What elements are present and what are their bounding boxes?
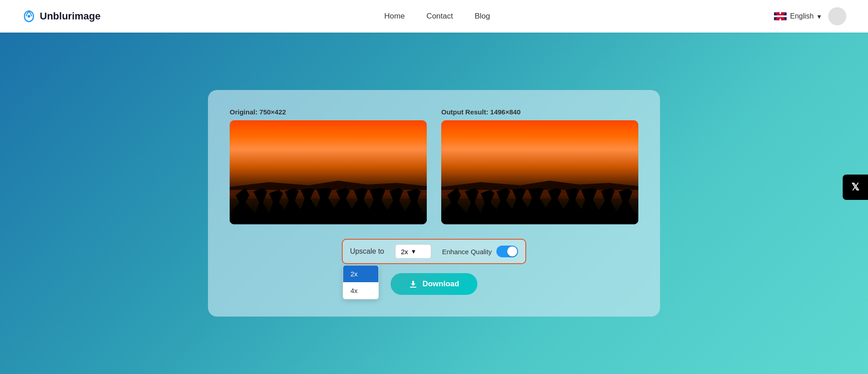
logo-icon xyxy=(22,9,36,24)
original-image-block: Original: 750×422 xyxy=(230,108,427,224)
images-row: Original: 750×422 Output Result: 1496×84… xyxy=(230,108,638,224)
avatar[interactable] xyxy=(828,7,846,25)
enhance-toggle[interactable] xyxy=(496,246,518,257)
upscale-select[interactable]: 2x ▾ 2x 4x xyxy=(395,244,431,259)
logo-text: Unblurimage xyxy=(40,10,100,22)
option-4x[interactable]: 4x xyxy=(343,282,378,299)
nav-home[interactable]: Home xyxy=(384,12,405,21)
enhance-quality-row: Enhance Quality xyxy=(442,246,518,257)
dropdown-wrapper: Upscale to 2x ▾ 2x 4x Enhance Quality xyxy=(350,244,518,259)
dropdown-popup: 2x 4x xyxy=(343,265,379,299)
language-label: English xyxy=(790,12,814,20)
nav-blog[interactable]: Blog xyxy=(475,12,490,21)
select-chevron: ▾ xyxy=(412,247,415,256)
original-image xyxy=(230,120,427,224)
option-2x[interactable]: 2x xyxy=(343,265,378,282)
toggle-knob xyxy=(507,246,517,256)
enhance-label: Enhance Quality xyxy=(442,248,492,256)
language-selector[interactable]: English ▾ xyxy=(774,12,821,21)
output-image-block: Output Result: 1496×840 xyxy=(441,108,638,224)
original-label: Original: 750×422 xyxy=(230,108,427,116)
main-nav: Home Contact Blog xyxy=(384,12,490,21)
nav-contact[interactable]: Contact xyxy=(426,12,453,21)
selected-option: 2x xyxy=(401,248,408,256)
x-icon: 𝕏 xyxy=(851,181,859,193)
uk-flag-icon xyxy=(774,12,787,20)
output-image xyxy=(441,120,638,224)
upscale-dropdown-container: Upscale to 2x ▾ 2x 4x Enhance Quality xyxy=(342,239,526,264)
download-icon xyxy=(409,279,418,289)
language-chevron: ▾ xyxy=(817,12,821,21)
output-label: Output Result: 1496×840 xyxy=(441,108,638,116)
svg-point-0 xyxy=(28,15,30,18)
controls-area: Upscale to 2x ▾ 2x 4x Enhance Quality xyxy=(230,239,638,295)
download-label: Download xyxy=(422,279,459,289)
download-button[interactable]: Download xyxy=(391,273,477,295)
upscale-label: Upscale to xyxy=(350,247,384,256)
x-twitter-button[interactable]: 𝕏 xyxy=(843,175,868,200)
header-right: English ▾ xyxy=(774,7,846,25)
main-content: Original: 750×422 Output Result: 1496×84… xyxy=(0,33,868,374)
logo[interactable]: Unblurimage xyxy=(22,9,100,24)
svg-rect-1 xyxy=(410,287,416,288)
header: Unblurimage Home Contact Blog English ▾ xyxy=(0,0,868,33)
main-card: Original: 750×422 Output Result: 1496×84… xyxy=(208,90,660,317)
